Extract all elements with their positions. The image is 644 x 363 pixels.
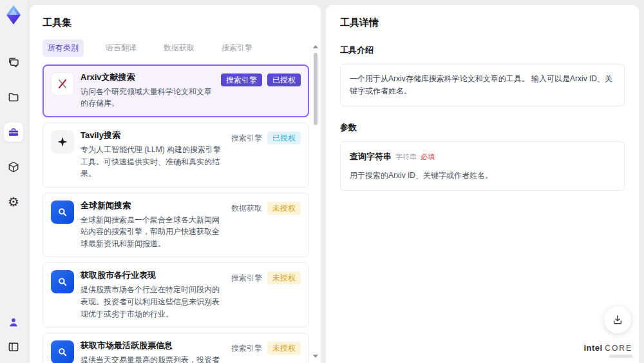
download-icon <box>611 313 624 326</box>
page-title: 工具集 <box>43 17 309 29</box>
arxiv-logo-icon <box>51 72 74 95</box>
category-badge: 搜索引擎 <box>221 74 262 86</box>
tab-data-fetch[interactable]: 数据获取 <box>158 39 200 57</box>
tool-intro-text: 一个用于从Arxiv存储库搜索科学论文和文章的工具。 输入可以是Arxiv ID… <box>350 74 612 95</box>
auth-status-badge: 未授权 <box>267 342 301 355</box>
intro-heading: 工具介绍 <box>340 44 625 56</box>
tool-card[interactable]: 获取市场最活跃股票信息 提供当天交易量最高的股票列表，投资者可以利用这些信息来识… <box>43 333 309 363</box>
sidebar-item-tools[interactable] <box>4 123 23 142</box>
panel-toggle-icon <box>7 340 20 353</box>
search-icon <box>51 270 74 293</box>
params-heading: 参数 <box>340 122 625 133</box>
sidebar-item-account[interactable] <box>4 313 23 332</box>
auth-status-badge: 已授权 <box>267 132 301 144</box>
sidebar-item-settings[interactable]: ⚙ <box>4 192 23 211</box>
tool-description: 提供股票市场各个行业在特定时间段内的表现。投资者可以利用这些信息来识别表现优于或… <box>80 284 225 320</box>
param-description: 用于搜索的Arxiv ID、关键字或作者姓名。 <box>350 170 615 182</box>
tool-intro-box: 一个用于从Arxiv存储库搜索科学论文和文章的工具。 输入可以是Arxiv ID… <box>340 64 625 106</box>
tool-details-panel: 工具详情 工具介绍 一个用于从Arxiv存储库搜索科学论文和文章的工具。 输入可… <box>326 5 639 363</box>
left-rail: ⚙ <box>0 0 27 363</box>
tool-name: 获取股市各行业表现 <box>80 270 225 281</box>
brand-core: CORE <box>605 344 632 353</box>
download-button[interactable] <box>604 306 631 333</box>
tool-description: 专为人工智能代理 (LLM) 构建的搜索引擎工具。可快速提供实时、准确和真实的结… <box>80 144 225 180</box>
sidebar-item-models[interactable] <box>4 157 23 177</box>
parameter-box: 查询字符串 字符串 必填 用于搜索的Arxiv ID、关键字或作者姓名。 <box>340 141 625 191</box>
list-scrollbar[interactable] <box>312 45 319 358</box>
tool-description: 访问各个研究领域大量科学论文和文章的存储库。 <box>80 86 214 110</box>
details-title: 工具详情 <box>340 17 625 29</box>
category-badge: 搜索引擎 <box>231 271 262 284</box>
folder-icon <box>7 91 20 104</box>
brand-intel: intel <box>583 343 602 353</box>
toolbox-icon <box>7 126 20 139</box>
sidebar-item-collapse[interactable] <box>4 337 23 357</box>
intel-core-logo: intel CORE <box>583 343 632 358</box>
auth-status-badge: 未授权 <box>267 202 301 215</box>
category-badge: 搜索引擎 <box>231 132 262 144</box>
search-icon <box>51 201 74 224</box>
tool-description: 提供当天交易量最高的股票列表，投资者可以利用这些信息来识别流动性强的股票和潜在的… <box>80 354 225 363</box>
chat-icon <box>7 56 20 69</box>
tab-search-engine[interactable]: 搜索引擎 <box>216 39 258 57</box>
brand-sub-mark <box>609 355 632 358</box>
tab-language-translate[interactable]: 语言翻译 <box>100 39 142 57</box>
tool-card[interactable]: Arxiv文献搜索 访问各个研究领域大量科学论文和文章的存储库。 搜索引擎 已授… <box>43 64 309 117</box>
scrollbar-thumb[interactable] <box>314 53 317 125</box>
app-logo-icon[interactable] <box>4 4 23 26</box>
cube-icon <box>7 161 20 173</box>
param-required-badge: 必填 <box>421 152 435 163</box>
tavily-star-icon <box>51 130 74 153</box>
scroll-up-icon[interactable] <box>313 45 318 48</box>
auth-status-badge: 未授权 <box>267 271 301 284</box>
tool-card[interactable]: 全球新闻搜索 全球新闻搜索是一个聚合全球各大新闻网站内容的搜索引擎，帮助用户快速… <box>43 193 309 258</box>
sidebar-item-chat[interactable] <box>4 53 23 72</box>
tool-name: 获取市场最活跃股票信息 <box>80 340 225 351</box>
tool-card[interactable]: Tavily搜索 专为人工智能代理 (LLM) 构建的搜索引擎工具。可快速提供实… <box>43 123 309 188</box>
tool-name: 全球新闻搜索 <box>80 201 225 211</box>
scroll-down-icon[interactable] <box>313 355 318 358</box>
tool-description: 全球新闻搜索是一个聚合全球各大新闻网站内容的搜索引擎，帮助用户快速获取全球最新资… <box>80 214 225 250</box>
gear-icon: ⚙ <box>8 195 19 208</box>
category-tabs: 所有类别 语言翻译 数据获取 搜索引擎 <box>43 39 309 57</box>
param-type: 字符串 <box>395 152 417 163</box>
param-name: 查询字符串 <box>350 150 392 164</box>
category-badge: 数据获取 <box>231 202 262 215</box>
tool-card[interactable]: 获取股市各行业表现 提供股票市场各个行业在特定时间段内的表现。投资者可以利用这些… <box>43 262 309 328</box>
tool-name: Tavily搜索 <box>80 130 225 141</box>
user-icon <box>7 316 20 329</box>
category-badge: 搜索引擎 <box>231 342 262 355</box>
auth-status-badge: 已授权 <box>267 74 301 86</box>
search-icon <box>51 340 74 363</box>
tab-all-categories[interactable]: 所有类别 <box>43 39 84 57</box>
tool-name: Arxiv文献搜索 <box>80 72 214 83</box>
sidebar-item-files[interactable] <box>4 88 23 107</box>
tool-list: Arxiv文献搜索 访问各个研究领域大量科学论文和文章的存储库。 搜索引擎 已授… <box>43 64 309 363</box>
tool-collection-panel: 工具集 所有类别 语言翻译 数据获取 搜索引擎 Arxiv文献搜索 访问各个研究… <box>30 5 321 363</box>
